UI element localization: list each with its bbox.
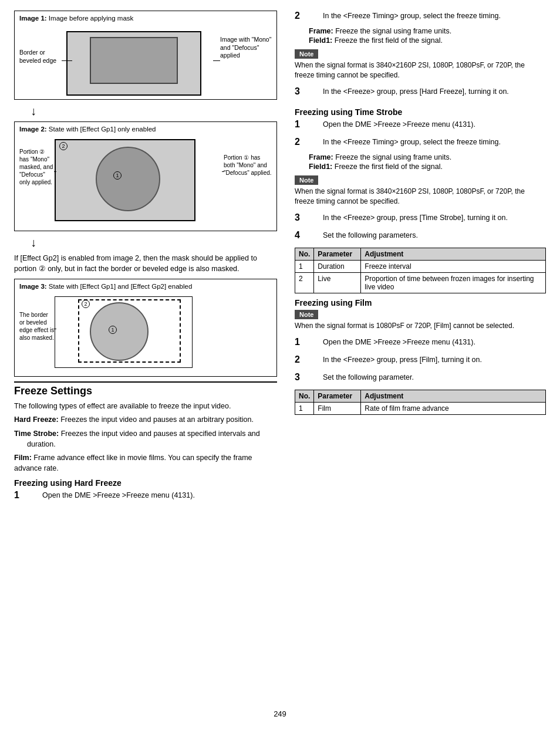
line3-left [54, 329, 56, 329]
sub1-title: Freezing using Hard Freeze [14, 478, 277, 488]
arrow-down-2: ↓ [14, 236, 277, 249]
diag3-circle [90, 302, 149, 361]
table2: No. Parameter Adjustment 1FilmRate of fi… [295, 390, 546, 415]
sub3-title: Freezing using Film [295, 298, 546, 307]
section-divider [14, 381, 277, 383]
step2: 2 In the <Freeze Timing> group, select t… [295, 11, 546, 25]
note1-label: Note [295, 49, 318, 59]
left-column: Image 1: Image before applying mask Bord… [0, 6, 288, 704]
line2-left [54, 171, 56, 172]
ts-step2-field: Field1: Freeze the first field of the si… [309, 163, 546, 171]
line2-right [222, 171, 224, 172]
line-left [62, 60, 72, 61]
table1-cell: 2 [295, 272, 314, 293]
table2-cell: Film [314, 403, 361, 415]
table2-cell: Rate of film frame advance [361, 403, 546, 415]
arrow-down-1: ↓ [14, 104, 277, 118]
image3-title: Image 3: State with [Effect Gp1] and [Ef… [19, 283, 272, 290]
page: Image 1: Image before applying mask Bord… [0, 0, 560, 730]
ts-step2-content: In the <Freeze Timing> group, select the… [323, 137, 501, 147]
diag1-inner-rect [90, 37, 178, 84]
image3-diagram: 2 1 The border or beveled edge effect is… [19, 293, 272, 373]
table1-cell: 1 [295, 260, 314, 272]
ts-step2-frame: Frame: Freeze the signal using frame uni… [309, 153, 546, 161]
table1-cell: Duration [314, 260, 361, 272]
table1-cell: Live [314, 272, 361, 293]
image2-title: Image 2: State with [Effect Gp1] only en… [19, 126, 272, 133]
right-column: 2 In the <Freeze Timing> group, select t… [288, 6, 560, 704]
diag2-circle [96, 147, 160, 211]
time-strobe-desc: Time Strobe: Freezes the input video and… [27, 428, 277, 450]
film-step2: 2 In the <Freeze> group, press [Film], t… [295, 354, 546, 369]
table1-header-parameter: Parameter [314, 248, 361, 260]
diag3-num2: 2 [82, 300, 90, 308]
film-step3-content: Set the following parameter. [323, 372, 414, 383]
sub2-title: Freezing using Time Strobe [295, 107, 546, 117]
diag2-label-right: Portion ① has both "Mono" and "Defocus" … [224, 154, 272, 177]
table1-header-adjustment: Adjustment [361, 248, 546, 260]
diag2-num1: 1 [113, 171, 122, 180]
diag3-num1: 1 [109, 326, 117, 334]
page-number: 249 [0, 704, 560, 718]
table2-header-no: No. [295, 390, 314, 403]
film-step1: 1 Open the DME >Freeze >Freeze menu (413… [295, 337, 546, 351]
table1-cell: Freeze interval [361, 260, 546, 272]
step3: 3 In the <Freeze> group, press [Hard Fre… [295, 86, 546, 100]
ts-step4-content: Set the following parameters. [323, 230, 418, 241]
note3-text: When the signal format is 1080PsF or 720… [295, 321, 546, 331]
note3-label: Note [295, 310, 318, 319]
note2-text: When the signal format is 3840×2160P 2SI… [295, 187, 546, 207]
note2-label: Note [295, 175, 318, 185]
image2-diagram: 2 1 Portion ② has "Mono" masked, and "De… [19, 136, 272, 227]
ts-step1: 1 Open the DME >Freeze >Freeze menu (413… [295, 119, 546, 133]
between-text: If [Effect Gp2] is enabled from image 2,… [14, 253, 277, 274]
note1-text: When the signal format is 3840×2160P 2SI… [295, 60, 546, 80]
line-right [213, 60, 220, 61]
step2-content: In the <Freeze Timing> group, select the… [323, 11, 501, 21]
table2-header-adjustment: Adjustment [361, 390, 546, 403]
ts-step3-content: In the <Freeze> group, press [Time Strob… [323, 212, 508, 223]
table1-cell: Proportion of time between frozen images… [361, 272, 546, 293]
ts-step3: 3 In the <Freeze> group, press [Time Str… [295, 212, 546, 227]
diag2-num2: 2 [59, 142, 68, 150]
table2-header-parameter: Parameter [314, 390, 361, 403]
ts-step2: 2 In the <Freeze Timing> group, select t… [295, 137, 546, 151]
step3-content: In the <Freeze> group, press [Hard Freez… [323, 86, 509, 97]
ts-step1-content: Open the DME >Freeze >Freeze menu (4131)… [323, 119, 475, 130]
table1-header-no: No. [295, 248, 314, 260]
diag1-label-left: Border or beveled edge [19, 49, 62, 65]
image1-diagram: Border or beveled edge Image with "Mono"… [19, 25, 272, 96]
table2-cell: 1 [295, 403, 314, 415]
image2-box: Image 2: State with [Effect Gp1] only en… [14, 121, 277, 231]
image1-title: Image 1: Image before applying mask [19, 15, 272, 22]
ts-step4: 4 Set the following parameters. [295, 230, 546, 244]
image1-box: Image 1: Image before applying mask Bord… [14, 11, 277, 100]
film-step2-content: In the <Freeze> group, press [Film], tur… [323, 354, 482, 365]
image3-box: Image 3: State with [Effect Gp1] and [Ef… [14, 279, 277, 377]
film-desc: Film: Frame advance effect like in movie… [14, 452, 277, 474]
hard-freeze-desc: Hard Freeze: Freezes the input video and… [14, 414, 277, 425]
two-column-layout: Image 1: Image before applying mask Bord… [0, 6, 560, 704]
film-step1-content: Open the DME >Freeze >Freeze menu (4131)… [323, 337, 475, 347]
table1: No. Parameter Adjustment 1DurationFreeze… [295, 248, 546, 293]
diag3-label: The border or beveled edge effect is als… [19, 311, 55, 342]
step1: 1 Open the DME >Freeze >Freeze menu (413… [14, 490, 277, 504]
step2-frame: Frame: Freeze the signal using frame uni… [309, 27, 546, 35]
diag1-label-right: Image with "Mono" and "Defocus" applied [220, 36, 272, 60]
section-intro: The following types of effect are availa… [14, 401, 277, 411]
step2-field: Field1: Freeze the first field of the si… [309, 36, 546, 45]
diag2-label-left: Portion ② has "Mono" masked, and "Defocu… [19, 148, 55, 186]
film-step3: 3 Set the following parameter. [295, 372, 546, 386]
step1-content: Open the DME >Freeze >Freeze menu (4131)… [42, 490, 195, 501]
section-title: Freeze Settings [14, 385, 277, 397]
